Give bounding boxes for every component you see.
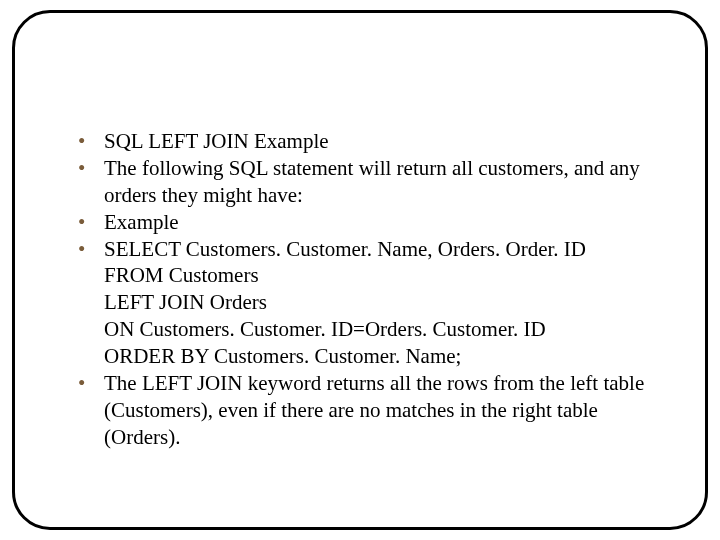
bullet-item: SELECT Customers. Customer. Name, Orders… [78, 236, 672, 370]
bullet-item: SQL LEFT JOIN Example [78, 128, 672, 155]
bullet-list: SQL LEFT JOIN Example The following SQL … [78, 128, 672, 451]
sql-line: ORDER BY Customers. Customer. Name; [104, 343, 672, 370]
sql-block: SELECT Customers. Customer. Name, Orders… [104, 236, 672, 370]
slide-content: SQL LEFT JOIN Example The following SQL … [78, 128, 672, 451]
sql-line: SELECT Customers. Customer. Name, Orders… [104, 236, 672, 263]
slide: SQL LEFT JOIN Example The following SQL … [0, 0, 720, 540]
sql-line: FROM Customers [104, 262, 672, 289]
sql-line: ON Customers. Customer. ID=Orders. Custo… [104, 316, 672, 343]
bullet-item: The LEFT JOIN keyword returns all the ro… [78, 370, 672, 451]
bullet-item: Example [78, 209, 672, 236]
bullet-item: The following SQL statement will return … [78, 155, 672, 209]
sql-line: LEFT JOIN Orders [104, 289, 672, 316]
